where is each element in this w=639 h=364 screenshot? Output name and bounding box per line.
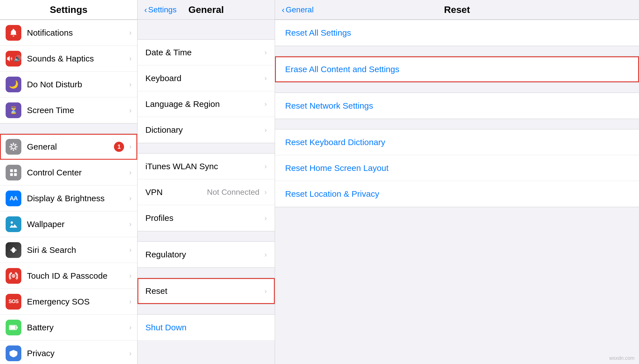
svg-rect-10 bbox=[14, 169, 17, 172]
reset-back-label: General bbox=[286, 5, 314, 14]
reset-item-erase-all[interactable]: Erase All Content and Settings bbox=[275, 56, 639, 82]
general-item-ituneswlan[interactable]: iTunes WLAN Sync › bbox=[138, 154, 275, 179]
privacy-chevron: › bbox=[129, 349, 132, 358]
general-item-dictionary[interactable]: Dictionary › bbox=[138, 117, 275, 143]
sidebar-item-screentime[interactable]: ⏳ Screen Time › bbox=[0, 97, 137, 123]
reset-section-1: Reset All Settings bbox=[275, 20, 639, 46]
svg-point-4 bbox=[16, 146, 18, 147]
vpn-chevron: › bbox=[264, 188, 267, 196]
svg-point-5 bbox=[10, 144, 12, 145]
sidebar-item-touchid[interactable]: Touch ID & Passcode › bbox=[0, 263, 137, 289]
privacy-icon bbox=[6, 345, 21, 361]
shutdown-item[interactable]: Shut Down bbox=[138, 314, 275, 340]
general-item-datetime[interactable]: Date & Time › bbox=[138, 40, 275, 65]
sidebar-item-controlcenter[interactable]: Control Center › bbox=[0, 160, 137, 186]
sidebar-item-battery[interactable]: Battery › bbox=[0, 315, 137, 340]
general-item-reset[interactable]: Reset › bbox=[138, 278, 275, 304]
dictionary-chevron: › bbox=[264, 126, 267, 134]
general-section-2: iTunes WLAN Sync › VPN Not Connected › P… bbox=[138, 153, 275, 231]
reset-section-3: Reset Network Settings bbox=[275, 93, 639, 119]
sidebar-item-notifications[interactable]: Notifications › bbox=[0, 20, 137, 46]
general-item-language[interactable]: Language & Region › bbox=[138, 91, 275, 117]
sidebar-item-siri[interactable]: Siri & Search › bbox=[0, 237, 137, 263]
reset-section-4: Reset Keyboard Dictionary Reset Home Scr… bbox=[275, 129, 639, 207]
dnd-chevron: › bbox=[129, 80, 132, 89]
dictionary-label: Dictionary bbox=[145, 125, 262, 135]
reset-network-label: Reset Network Settings bbox=[285, 101, 373, 111]
touchid-label: Touch ID & Passcode bbox=[27, 271, 127, 281]
reset-item-all-settings[interactable]: Reset All Settings bbox=[275, 20, 639, 46]
reset-item-location[interactable]: Reset Location & Privacy bbox=[275, 181, 639, 207]
svg-rect-18 bbox=[10, 326, 15, 329]
settings-column: Settings Notifications › 🔊 Sounds & Hapt… bbox=[0, 0, 138, 364]
general-item-vpn[interactable]: VPN Not Connected › bbox=[138, 179, 275, 205]
settings-section-1: Notifications › 🔊 Sounds & Haptics › 🌙 D… bbox=[0, 20, 137, 123]
reset-title: Reset bbox=[444, 4, 470, 15]
reset-back-button[interactable]: ‹ General bbox=[282, 5, 314, 15]
general-item-profiles[interactable]: Profiles › bbox=[138, 205, 275, 231]
svg-point-13 bbox=[11, 221, 13, 224]
general-title: General bbox=[188, 4, 224, 15]
controlcenter-label: Control Center bbox=[27, 168, 127, 177]
svg-point-7 bbox=[15, 144, 17, 145]
general-column: ‹ Settings General Date & Time › Keyboar… bbox=[138, 0, 275, 364]
datetime-label: Date & Time bbox=[145, 48, 262, 57]
general-item-regulatory[interactable]: Regulatory › bbox=[138, 242, 275, 267]
sidebar-item-general[interactable]: General 1 › bbox=[0, 134, 137, 160]
reset-item-homescreen[interactable]: Reset Home Screen Layout bbox=[275, 155, 639, 181]
siri-chevron: › bbox=[129, 246, 132, 254]
battery-label: Battery bbox=[27, 323, 127, 332]
general-label: General bbox=[27, 142, 114, 152]
reset-item-keyboard[interactable]: Reset Keyboard Dictionary bbox=[275, 129, 639, 155]
svg-point-8 bbox=[10, 148, 12, 150]
wallpaper-chevron: › bbox=[129, 220, 132, 228]
reset-section-2: Erase All Content and Settings bbox=[275, 56, 639, 83]
reset-item-network[interactable]: Reset Network Settings bbox=[275, 93, 639, 119]
datetime-chevron: › bbox=[264, 48, 267, 57]
ituneswlan-chevron: › bbox=[264, 162, 267, 171]
regulatory-label: Regulatory bbox=[145, 250, 262, 259]
display-chevron: › bbox=[129, 194, 132, 203]
settings-section-2: General 1 › Control Center › AA Display … bbox=[0, 134, 137, 364]
shutdown-label: Shut Down bbox=[145, 323, 187, 332]
screentime-icon: ⏳ bbox=[6, 102, 21, 118]
general-back-button[interactable]: ‹ Settings bbox=[144, 5, 177, 15]
profiles-label: Profiles bbox=[145, 213, 262, 223]
sidebar-item-wallpaper[interactable]: Wallpaper › bbox=[0, 211, 137, 237]
touchid-icon bbox=[6, 268, 21, 284]
general-section-1: Date & Time › Keyboard › Language & Regi… bbox=[138, 39, 275, 143]
general-header: ‹ Settings General bbox=[138, 0, 275, 20]
emergencysos-label: Emergency SOS bbox=[27, 297, 127, 306]
reset-column: ‹ General Reset Reset All Settings Erase… bbox=[275, 0, 639, 364]
reset-all-settings-label: Reset All Settings bbox=[285, 28, 351, 38]
sidebar-item-display[interactable]: AA Display & Brightness › bbox=[0, 186, 137, 211]
svg-point-0 bbox=[12, 145, 15, 149]
vpn-label: VPN bbox=[145, 187, 207, 197]
sidebar-item-emergencysos[interactable]: SOS Emergency SOS › bbox=[0, 289, 137, 315]
notifications-icon bbox=[6, 25, 21, 41]
general-icon bbox=[6, 139, 21, 155]
general-list: Date & Time › Keyboard › Language & Regi… bbox=[138, 20, 275, 364]
reset-label: Reset bbox=[145, 286, 262, 296]
general-back-label: Settings bbox=[148, 5, 177, 14]
dnd-label: Do Not Disturb bbox=[27, 80, 127, 89]
watermark: wsxdn.com bbox=[609, 355, 635, 361]
general-item-keyboard[interactable]: Keyboard › bbox=[138, 65, 275, 91]
sidebar-item-privacy[interactable]: Privacy › bbox=[0, 340, 137, 364]
general-top-spacer bbox=[138, 20, 275, 39]
ituneswlan-label: iTunes WLAN Sync bbox=[145, 162, 262, 171]
privacy-label: Privacy bbox=[27, 349, 127, 358]
reset-header: ‹ General Reset bbox=[275, 0, 639, 20]
reset-panel: Reset All Settings Erase All Content and… bbox=[275, 20, 639, 364]
battery-chevron: › bbox=[129, 323, 132, 332]
sidebar-item-dnd[interactable]: 🌙 Do Not Disturb › bbox=[0, 72, 137, 97]
controlcenter-chevron: › bbox=[129, 168, 132, 177]
vpn-value: Not Connected bbox=[207, 188, 260, 197]
profiles-chevron: › bbox=[264, 214, 267, 223]
language-label: Language & Region bbox=[145, 99, 262, 109]
screentime-chevron: › bbox=[129, 106, 132, 115]
display-label: Display & Brightness bbox=[27, 194, 127, 203]
reset-homescreen-label: Reset Home Screen Layout bbox=[285, 163, 389, 173]
siri-icon bbox=[6, 242, 21, 258]
sidebar-item-sounds[interactable]: 🔊 Sounds & Haptics › bbox=[0, 46, 137, 72]
